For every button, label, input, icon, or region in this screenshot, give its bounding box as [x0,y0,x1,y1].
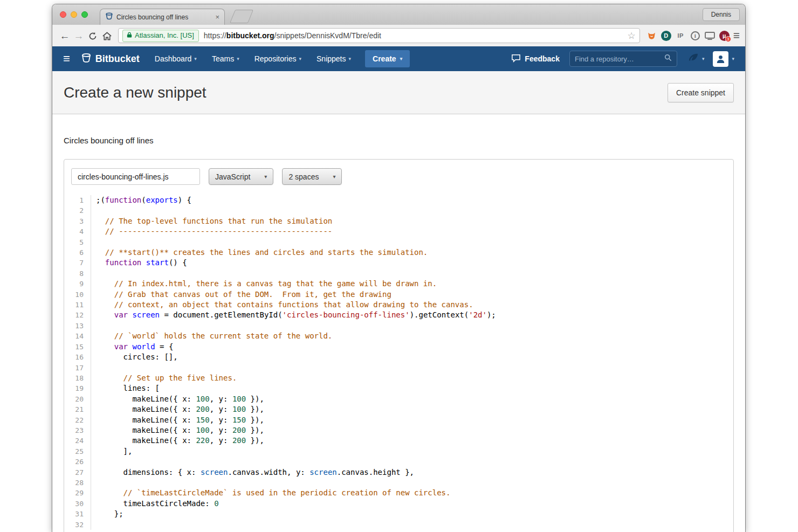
code-line[interactable]: // Set up the five lines. [96,373,733,383]
code-line[interactable] [96,237,733,247]
maximize-window-button[interactable] [81,11,88,18]
line-number: 11 [64,300,84,310]
minimize-window-button[interactable] [71,11,77,18]
d-extension-icon[interactable]: D [659,28,673,43]
code-line[interactable]: ;(function(exports) { [96,195,733,205]
chrome-menu-icon[interactable]: ≡ [733,29,740,42]
mu-extension-icon[interactable]: µ 3 [717,28,732,43]
line-number: 30 [64,499,84,509]
chevron-down-icon: ▾ [194,56,197,61]
browser-window: Circles bouncing off lines × Dennis ← → [52,4,745,532]
browser-toolbar: ← → Atlassian, Inc. [US] https://bitbuck… [52,25,745,46]
code-line[interactable]: makeLine({ x: 220, y: 200 }), [96,436,733,446]
code-line[interactable]: makeLine({ x: 150, y: 150 }), [96,415,733,425]
cast-extension-icon[interactable] [703,28,717,43]
indent-select[interactable]: 2 spaces ▾ [282,168,342,185]
repository-search-input[interactable] [575,55,664,63]
code-line[interactable]: // Grab that canvas out of the DOM. From… [96,289,733,300]
browser-profile-button[interactable]: Dennis [703,8,740,21]
nav-item-dashboard[interactable]: Dashboard ▾ [147,46,204,71]
browser-tab[interactable]: Circles bouncing off lines × [100,9,225,25]
url-text[interactable]: https://bitbucket.org/snippets/DennisKvd… [204,31,381,40]
line-number: 18 [64,373,84,383]
home-icon[interactable] [100,31,114,41]
nav-hamburger-icon[interactable]: ≡ [63,52,70,66]
new-tab-button[interactable] [230,10,253,23]
nav-item-teams[interactable]: Teams ▾ [204,46,247,71]
code-editor[interactable]: 1234567891011121314151617181920212223242… [64,193,733,530]
info-extension-icon[interactable]: i [688,28,703,43]
code-line[interactable]: makeLine({ x: 200, y: 100 }), [96,404,733,414]
code-line[interactable] [96,457,733,467]
chevron-down-icon: ▾ [349,56,352,61]
code-line[interactable] [96,363,733,373]
security-badge-label: Atlassian, Inc. [US] [135,31,194,39]
close-window-button[interactable] [60,11,66,18]
line-gutter: 1234567891011121314151617181920212223242… [64,195,91,530]
code-line[interactable] [96,321,733,331]
code-line[interactable] [96,268,733,279]
code-line[interactable]: // `timeLastCircleMade` is used in the p… [96,488,733,498]
browser-tab-strip: Circles bouncing off lines × Dennis [52,4,745,25]
line-number: 17 [64,363,84,373]
reload-icon[interactable] [86,31,100,41]
code-line[interactable]: // `world` holds the current state of th… [96,331,733,341]
line-number: 27 [64,467,84,478]
line-number: 20 [64,394,84,404]
language-select[interactable]: JavaScript ▾ [209,168,273,185]
page-title: Create a new snippet [64,84,207,101]
line-number: 23 [64,425,84,436]
back-icon[interactable]: ← [58,31,72,41]
code-line[interactable] [96,205,733,216]
line-number: 12 [64,310,84,320]
filename-input[interactable] [71,168,200,185]
chevron-down-icon: ▾ [400,56,403,61]
ip-extension-icon[interactable]: IP [673,28,688,43]
code-line[interactable]: timeLastCircleMade: 0 [96,499,733,509]
code-line[interactable]: // context, an object that contains func… [96,300,733,310]
code-line[interactable]: // The top-level functions that run the … [96,216,733,226]
code-line[interactable] [96,520,733,530]
window-controls [60,11,88,18]
security-badge[interactable]: Atlassian, Inc. [US] [122,30,199,42]
tab-close-icon[interactable]: × [215,13,219,21]
line-number: 29 [64,488,84,498]
feedback-button[interactable]: Feedback [511,54,560,64]
bookmark-star-icon[interactable]: ☆ [623,30,635,42]
code-line[interactable]: var screen = document.getElementById('ci… [96,310,733,320]
bitbucket-favicon-icon [105,12,113,22]
code-line[interactable]: lines: [ [96,383,733,393]
nav-item-snippets[interactable]: Snippets ▾ [309,46,359,71]
line-number: 4 [64,226,84,237]
code-line[interactable]: circles: [], [96,352,733,362]
search-icon [664,54,672,64]
user-menu[interactable]: ▾ [713,51,734,67]
code-line[interactable]: // -------------------------------------… [96,226,733,237]
fox-extension-icon[interactable] [644,28,659,43]
create-snippet-button[interactable]: Create snippet [668,83,734,102]
address-bar[interactable]: Atlassian, Inc. [US] https://bitbucket.o… [118,28,640,43]
code-line[interactable]: dimensions: { x: screen.canvas.width, y:… [96,467,733,478]
code-line[interactable]: function start() { [96,258,733,268]
snippet-title-input[interactable] [64,136,387,145]
create-button[interactable]: Create ▾ [365,50,410,67]
forward-icon[interactable]: → [72,31,86,41]
url-scheme: https:// [204,31,226,40]
code-line[interactable] [96,478,733,488]
bitbucket-logo[interactable]: Bitbucket [81,52,140,65]
code-line[interactable]: // **start()** creates the lines and cir… [96,247,733,258]
line-number: 26 [64,457,84,467]
code-line[interactable]: var world = { [96,342,733,352]
chevron-down-icon: ▾ [333,174,335,179]
code-line[interactable]: makeLine({ x: 100, y: 200 }), [96,425,733,436]
code-line[interactable]: ], [96,446,733,457]
code-line[interactable]: makeLine({ x: 100, y: 100 }), [96,394,733,404]
quill-menu[interactable]: ▾ [688,53,705,65]
repository-search[interactable] [569,51,677,67]
page-content: JavaScript ▾ 2 spaces ▾ 1234567891011121… [52,136,745,532]
nav-item-repositories[interactable]: Repositories ▾ [247,46,309,71]
page-header: Create a new snippet Create snippet [52,71,745,114]
code-line[interactable]: }; [96,509,733,519]
code-line[interactable]: // In index.html, there is a canvas tag … [96,279,733,289]
chevron-down-icon: ▾ [702,56,705,61]
